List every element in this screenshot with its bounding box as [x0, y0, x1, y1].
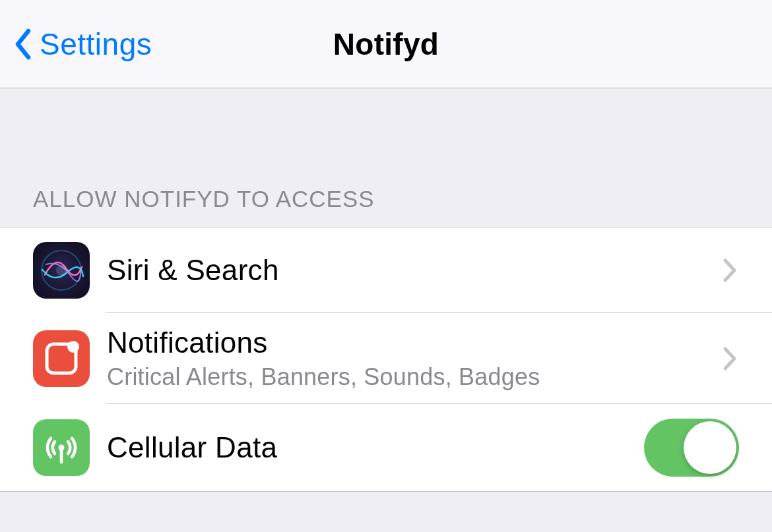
row-text: Cellular Data: [107, 431, 644, 464]
cellular-data-toggle[interactable]: [644, 419, 739, 477]
navbar: Settings Notifyd: [0, 0, 772, 88]
section-header: ALLOW NOTIFYD TO ACCESS: [0, 88, 772, 227]
cellular-icon: [33, 419, 90, 476]
row-title: Cellular Data: [107, 431, 644, 464]
back-button[interactable]: Settings: [13, 26, 152, 62]
siri-icon: [33, 242, 90, 299]
row-siri-search[interactable]: Siri & Search: [0, 227, 772, 313]
chevron-left-icon: [13, 28, 33, 61]
page-title: Notifyd: [333, 26, 439, 62]
row-cellular-data: Cellular Data: [0, 404, 772, 491]
toggle-knob: [684, 421, 736, 474]
settings-list: Siri & Search Notifications Critical Ale…: [0, 227, 772, 492]
svg-point-1: [56, 265, 67, 276]
row-subtitle: Critical Alerts, Banners, Sounds, Badges: [107, 363, 721, 391]
back-label: Settings: [40, 26, 152, 62]
row-text: Notifications Critical Alerts, Banners, …: [107, 326, 721, 391]
row-notifications[interactable]: Notifications Critical Alerts, Banners, …: [0, 313, 772, 404]
row-title: Siri & Search: [107, 254, 721, 287]
row-title: Notifications: [107, 326, 721, 359]
row-text: Siri & Search: [107, 254, 721, 287]
svg-point-3: [67, 341, 79, 353]
chevron-right-icon: [721, 344, 739, 373]
chevron-right-icon: [721, 256, 739, 285]
notifications-icon: [33, 330, 90, 387]
